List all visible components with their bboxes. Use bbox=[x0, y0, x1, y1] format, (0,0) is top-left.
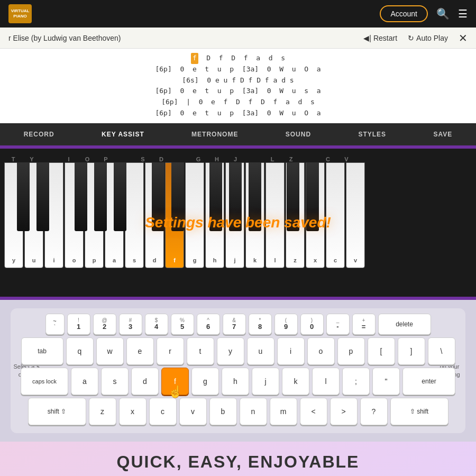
piano-key-label-o: o bbox=[72, 257, 76, 263]
key-o[interactable]: o bbox=[307, 337, 335, 365]
key-m[interactable]: m bbox=[270, 398, 297, 425]
toolbar: RECORD KEY ASSIST METRONOME SOUND STYLES… bbox=[0, 123, 476, 145]
key-v[interactable]: v bbox=[179, 398, 207, 425]
piano-key-c[interactable]: c bbox=[326, 162, 345, 268]
key-question[interactable]: ? bbox=[360, 398, 388, 425]
key-w[interactable]: w bbox=[96, 337, 124, 365]
keyboard-row-qwerty: tab q w e r t y u i o p [ ] \ bbox=[17, 337, 459, 365]
account-button[interactable]: Account bbox=[380, 5, 428, 22]
key-k[interactable]: k bbox=[282, 368, 309, 395]
key-8[interactable]: * 8 bbox=[249, 314, 272, 335]
key-6[interactable]: ^ 6 bbox=[197, 314, 220, 335]
key-tab[interactable]: tab bbox=[21, 337, 63, 365]
piano-black-key-8[interactable] bbox=[209, 162, 222, 231]
piano-black-key-6[interactable] bbox=[152, 162, 164, 231]
key-l[interactable]: l bbox=[312, 368, 340, 395]
key-1[interactable]: ! 1 bbox=[67, 314, 90, 335]
key-3[interactable]: # 3 bbox=[119, 314, 142, 335]
key-2[interactable]: @ 2 bbox=[93, 314, 116, 335]
key-i[interactable]: i bbox=[277, 337, 305, 365]
piano-black-key-1[interactable] bbox=[17, 162, 30, 231]
key-n[interactable]: n bbox=[240, 398, 267, 425]
piano-black-key-3[interactable] bbox=[75, 162, 87, 231]
key-delete[interactable]: delete bbox=[378, 314, 431, 335]
key-4[interactable]: $ 4 bbox=[145, 314, 168, 335]
key-enter[interactable]: enter bbox=[402, 368, 455, 395]
key-less[interactable]: < bbox=[300, 398, 327, 425]
key-p[interactable]: p bbox=[337, 337, 365, 365]
piano-key-l[interactable]: l bbox=[266, 162, 285, 268]
key-f[interactable]: f ☝ bbox=[161, 368, 189, 395]
key-a[interactable]: a bbox=[71, 368, 98, 395]
key-minus[interactable]: _ - bbox=[326, 314, 350, 335]
keyboard-row-zxcv: shift ⇧ z x c v b n m < > ? ⇧ shift bbox=[17, 398, 459, 425]
key-9[interactable]: ( 9 bbox=[274, 314, 298, 335]
piano-top-label-H: H bbox=[208, 156, 226, 162]
piano-black-key-11[interactable] bbox=[287, 162, 299, 231]
key-b[interactable]: b bbox=[209, 398, 237, 425]
piano-key-label-g: g bbox=[193, 257, 197, 263]
toolbar-styles[interactable]: STYLES bbox=[354, 129, 390, 140]
piano-container: T Y I O P S D G H J L Z C V Settings hav… bbox=[0, 149, 476, 297]
key-tilde[interactable]: ~` bbox=[45, 314, 65, 335]
key-caps[interactable]: caps lock bbox=[21, 368, 68, 395]
piano-key-label-i: i bbox=[53, 257, 54, 263]
restart-icon: ◀| bbox=[363, 34, 371, 42]
search-icon[interactable]: 🔍 bbox=[436, 7, 450, 20]
key-d[interactable]: d bbox=[131, 368, 159, 395]
piano-black-key-4[interactable] bbox=[94, 162, 107, 231]
autoplay-label: Auto Play bbox=[416, 34, 448, 42]
key-e[interactable]: e bbox=[126, 337, 154, 365]
logo-line2: PIANO bbox=[13, 14, 26, 19]
key-t[interactable]: t bbox=[187, 337, 214, 365]
key-shift-right[interactable]: ⇧ shift bbox=[390, 398, 448, 425]
key-c[interactable]: c bbox=[149, 398, 177, 425]
key-x[interactable]: x bbox=[119, 398, 147, 425]
piano-key-label-z: z bbox=[294, 257, 297, 263]
toolbar-record[interactable]: RECORD bbox=[20, 129, 59, 140]
piano-black-key-10[interactable] bbox=[249, 162, 261, 231]
close-button[interactable]: ✕ bbox=[459, 32, 468, 44]
key-r[interactable]: r bbox=[157, 337, 184, 365]
key-g[interactable]: g bbox=[191, 368, 219, 395]
autoplay-button[interactable]: ↻ Auto Play bbox=[408, 34, 448, 42]
piano-black-key-2[interactable] bbox=[36, 162, 49, 231]
key-shift-left[interactable]: shift ⇧ bbox=[28, 398, 86, 425]
keyboard-overlay: Select a $or by | on yourhe song ~` ! 1 … bbox=[11, 308, 465, 433]
key-h[interactable]: h bbox=[222, 368, 249, 395]
key-z[interactable]: z bbox=[89, 398, 116, 425]
key-bracket-open[interactable]: [ bbox=[368, 337, 395, 365]
piano-key-label-y: y bbox=[12, 257, 15, 263]
key-quote[interactable]: " bbox=[372, 368, 400, 395]
key-y[interactable]: y bbox=[217, 337, 244, 365]
piano-key-s[interactable]: s bbox=[125, 162, 144, 268]
key-bracket-close[interactable]: ] bbox=[398, 337, 425, 365]
piano-top-label-G: G bbox=[189, 156, 207, 162]
key-s[interactable]: s bbox=[101, 368, 129, 395]
menu-icon[interactable]: ☰ bbox=[458, 7, 468, 20]
key-backslash[interactable]: \ bbox=[428, 337, 455, 365]
piano-black-key-7[interactable] bbox=[171, 162, 184, 231]
piano-black-key-5[interactable] bbox=[114, 162, 126, 231]
piano-key-label-s: s bbox=[133, 257, 136, 263]
restart-button[interactable]: ◀| Restart bbox=[363, 34, 397, 42]
key-0[interactable]: ) 0 bbox=[300, 314, 324, 335]
key-5[interactable]: % 5 bbox=[171, 314, 194, 335]
toolbar-sound[interactable]: SOUND bbox=[281, 129, 315, 140]
toolbar-key-assist[interactable]: KEY ASSIST bbox=[97, 129, 149, 140]
toolbar-save[interactable]: SAVE bbox=[429, 129, 456, 140]
toolbar-metronome[interactable]: METRONOME bbox=[187, 129, 242, 140]
key-7[interactable]: & 7 bbox=[223, 314, 246, 335]
piano-black-key-12[interactable] bbox=[306, 162, 319, 231]
key-greater[interactable]: > bbox=[330, 398, 358, 425]
piano-top-label-P: P bbox=[97, 156, 115, 162]
piano-key-label-v: v bbox=[354, 257, 357, 263]
key-u[interactable]: u bbox=[247, 337, 274, 365]
key-semicolon[interactable]: ; bbox=[342, 368, 370, 395]
piano-key-v[interactable]: v bbox=[346, 162, 365, 268]
piano-key-g[interactable]: g bbox=[185, 162, 204, 268]
piano-black-key-9[interactable] bbox=[229, 162, 242, 231]
key-j[interactable]: j bbox=[252, 368, 279, 395]
key-q[interactable]: q bbox=[66, 337, 94, 365]
key-plus[interactable]: + = bbox=[352, 314, 376, 335]
